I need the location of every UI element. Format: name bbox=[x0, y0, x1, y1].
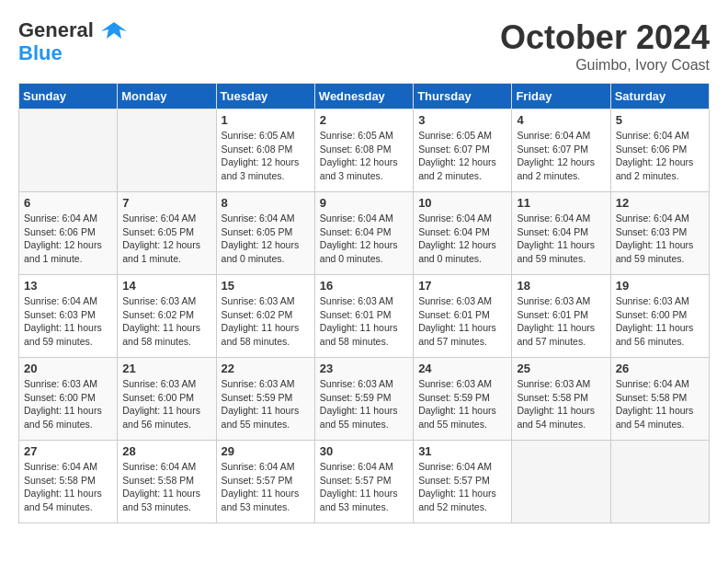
day-info: Sunrise: 6:05 AM Sunset: 6:08 PM Dayligh… bbox=[222, 129, 310, 183]
day-info: Sunrise: 6:03 AM Sunset: 6:00 PM Dayligh… bbox=[24, 377, 112, 431]
day-info: Sunrise: 6:04 AM Sunset: 6:03 PM Dayligh… bbox=[616, 212, 704, 266]
calendar-week-row: 13Sunrise: 6:04 AM Sunset: 6:03 PM Dayli… bbox=[19, 275, 710, 358]
day-info: Sunrise: 6:03 AM Sunset: 5:59 PM Dayligh… bbox=[320, 377, 408, 431]
calendar-cell: 7Sunrise: 6:04 AM Sunset: 6:05 PM Daylig… bbox=[118, 192, 216, 275]
day-info: Sunrise: 6:04 AM Sunset: 5:58 PM Dayligh… bbox=[122, 460, 210, 514]
weekday-header-row: SundayMondayTuesdayWednesdayThursdayFrid… bbox=[19, 84, 710, 109]
day-number: 21 bbox=[122, 362, 210, 375]
weekday-header-thursday: Thursday bbox=[414, 84, 512, 109]
day-number: 5 bbox=[616, 113, 704, 127]
location-text: Guimbo, Ivory Coast bbox=[500, 57, 710, 74]
calendar-cell: 2Sunrise: 6:05 AM Sunset: 6:08 PM Daylig… bbox=[314, 109, 413, 192]
day-info: Sunrise: 6:04 AM Sunset: 5:57 PM Dayligh… bbox=[418, 460, 506, 514]
logo-text-general: General bbox=[18, 18, 94, 41]
day-number: 28 bbox=[122, 444, 210, 458]
weekday-header-tuesday: Tuesday bbox=[216, 84, 314, 109]
day-info: Sunrise: 6:03 AM Sunset: 5:58 PM Dayligh… bbox=[517, 377, 605, 431]
day-number: 29 bbox=[222, 444, 310, 458]
calendar-cell: 30Sunrise: 6:04 AM Sunset: 5:57 PM Dayli… bbox=[314, 441, 413, 523]
day-number: 27 bbox=[24, 444, 112, 458]
day-info: Sunrise: 6:03 AM Sunset: 6:02 PM Dayligh… bbox=[222, 294, 310, 349]
calendar-cell: 23Sunrise: 6:03 AM Sunset: 5:59 PM Dayli… bbox=[314, 358, 413, 441]
day-number: 15 bbox=[222, 279, 310, 293]
calendar-cell: 28Sunrise: 6:04 AM Sunset: 5:58 PM Dayli… bbox=[118, 441, 216, 523]
calendar-cell: 9Sunrise: 6:04 AM Sunset: 6:04 PM Daylig… bbox=[314, 192, 413, 275]
day-number: 18 bbox=[517, 279, 605, 293]
calendar-cell: 19Sunrise: 6:03 AM Sunset: 6:00 PM Dayli… bbox=[610, 275, 709, 358]
calendar-cell: 10Sunrise: 6:04 AM Sunset: 6:04 PM Dayli… bbox=[414, 192, 512, 275]
day-number: 14 bbox=[122, 279, 210, 293]
day-number: 22 bbox=[222, 362, 310, 375]
day-number: 7 bbox=[122, 196, 210, 210]
calendar-week-row: 27Sunrise: 6:04 AM Sunset: 5:58 PM Dayli… bbox=[19, 441, 710, 523]
logo: General Blue bbox=[18, 18, 127, 64]
weekday-header-friday: Friday bbox=[512, 84, 610, 109]
weekday-header-wednesday: Wednesday bbox=[314, 84, 413, 109]
calendar-cell: 26Sunrise: 6:04 AM Sunset: 5:58 PM Dayli… bbox=[610, 358, 709, 441]
day-info: Sunrise: 6:05 AM Sunset: 6:08 PM Dayligh… bbox=[320, 129, 408, 183]
day-info: Sunrise: 6:04 AM Sunset: 6:05 PM Dayligh… bbox=[122, 212, 210, 266]
calendar-cell bbox=[512, 441, 610, 523]
day-info: Sunrise: 6:04 AM Sunset: 6:05 PM Dayligh… bbox=[222, 212, 310, 266]
calendar-cell: 14Sunrise: 6:03 AM Sunset: 6:02 PM Dayli… bbox=[118, 275, 216, 358]
day-info: Sunrise: 6:03 AM Sunset: 6:00 PM Dayligh… bbox=[122, 377, 210, 431]
day-number: 1 bbox=[222, 113, 310, 127]
day-info: Sunrise: 6:04 AM Sunset: 5:58 PM Dayligh… bbox=[24, 460, 112, 514]
calendar-cell: 25Sunrise: 6:03 AM Sunset: 5:58 PM Dayli… bbox=[512, 358, 610, 441]
day-number: 13 bbox=[24, 279, 112, 293]
day-info: Sunrise: 6:04 AM Sunset: 6:03 PM Dayligh… bbox=[24, 294, 112, 349]
calendar-cell: 11Sunrise: 6:04 AM Sunset: 6:04 PM Dayli… bbox=[512, 192, 610, 275]
calendar-cell: 17Sunrise: 6:03 AM Sunset: 6:01 PM Dayli… bbox=[414, 275, 512, 358]
day-number: 17 bbox=[418, 279, 506, 293]
month-info: October 2024 Guimbo, Ivory Coast bbox=[500, 18, 710, 74]
day-info: Sunrise: 6:03 AM Sunset: 6:01 PM Dayligh… bbox=[418, 294, 506, 349]
page-header: General Blue October 2024 Guimbo, Ivory … bbox=[18, 18, 710, 74]
day-number: 20 bbox=[24, 362, 112, 375]
day-number: 23 bbox=[320, 362, 408, 375]
day-number: 8 bbox=[222, 196, 310, 210]
day-number: 4 bbox=[517, 113, 605, 127]
day-number: 12 bbox=[616, 196, 704, 210]
weekday-header-saturday: Saturday bbox=[610, 84, 709, 109]
month-title: October 2024 bbox=[500, 18, 710, 57]
calendar-table: SundayMondayTuesdayWednesdayThursdayFrid… bbox=[18, 83, 710, 523]
day-info: Sunrise: 6:04 AM Sunset: 6:06 PM Dayligh… bbox=[616, 129, 704, 183]
day-number: 24 bbox=[418, 362, 506, 375]
day-info: Sunrise: 6:04 AM Sunset: 5:57 PM Dayligh… bbox=[222, 460, 310, 514]
weekday-header-monday: Monday bbox=[118, 84, 216, 109]
day-info: Sunrise: 6:04 AM Sunset: 6:07 PM Dayligh… bbox=[517, 129, 605, 183]
calendar-week-row: 1Sunrise: 6:05 AM Sunset: 6:08 PM Daylig… bbox=[19, 109, 710, 192]
calendar-cell: 1Sunrise: 6:05 AM Sunset: 6:08 PM Daylig… bbox=[216, 109, 314, 192]
day-info: Sunrise: 6:03 AM Sunset: 5:59 PM Dayligh… bbox=[222, 377, 310, 431]
day-info: Sunrise: 6:04 AM Sunset: 6:06 PM Dayligh… bbox=[24, 212, 112, 266]
calendar-cell: 22Sunrise: 6:03 AM Sunset: 5:59 PM Dayli… bbox=[216, 358, 314, 441]
calendar-cell: 13Sunrise: 6:04 AM Sunset: 6:03 PM Dayli… bbox=[19, 275, 118, 358]
calendar-cell: 8Sunrise: 6:04 AM Sunset: 6:05 PM Daylig… bbox=[216, 192, 314, 275]
day-number: 26 bbox=[616, 362, 704, 375]
calendar-cell bbox=[118, 109, 216, 192]
calendar-cell: 27Sunrise: 6:04 AM Sunset: 5:58 PM Dayli… bbox=[19, 441, 118, 523]
day-info: Sunrise: 6:04 AM Sunset: 5:57 PM Dayligh… bbox=[320, 460, 408, 514]
calendar-cell: 15Sunrise: 6:03 AM Sunset: 6:02 PM Dayli… bbox=[216, 275, 314, 358]
day-info: Sunrise: 6:03 AM Sunset: 6:02 PM Dayligh… bbox=[122, 294, 210, 349]
calendar-cell bbox=[610, 441, 709, 523]
day-info: Sunrise: 6:03 AM Sunset: 6:01 PM Dayligh… bbox=[320, 294, 408, 349]
day-info: Sunrise: 6:04 AM Sunset: 6:04 PM Dayligh… bbox=[418, 212, 506, 266]
calendar-week-row: 20Sunrise: 6:03 AM Sunset: 6:00 PM Dayli… bbox=[19, 358, 710, 441]
day-number: 6 bbox=[24, 196, 112, 210]
day-info: Sunrise: 6:05 AM Sunset: 6:07 PM Dayligh… bbox=[418, 129, 506, 183]
day-number: 16 bbox=[320, 279, 408, 293]
day-number: 30 bbox=[320, 444, 408, 458]
day-number: 31 bbox=[418, 444, 506, 458]
day-info: Sunrise: 6:04 AM Sunset: 5:58 PM Dayligh… bbox=[616, 377, 704, 431]
calendar-cell: 16Sunrise: 6:03 AM Sunset: 6:01 PM Dayli… bbox=[314, 275, 413, 358]
day-number: 25 bbox=[517, 362, 605, 375]
calendar-cell: 4Sunrise: 6:04 AM Sunset: 6:07 PM Daylig… bbox=[512, 109, 610, 192]
logo-bird-icon bbox=[101, 18, 127, 44]
day-number: 3 bbox=[418, 113, 506, 127]
calendar-cell: 20Sunrise: 6:03 AM Sunset: 6:00 PM Dayli… bbox=[19, 358, 118, 441]
day-info: Sunrise: 6:03 AM Sunset: 5:59 PM Dayligh… bbox=[418, 377, 506, 431]
calendar-cell: 21Sunrise: 6:03 AM Sunset: 6:00 PM Dayli… bbox=[118, 358, 216, 441]
calendar-cell: 6Sunrise: 6:04 AM Sunset: 6:06 PM Daylig… bbox=[19, 192, 118, 275]
day-number: 9 bbox=[320, 196, 408, 210]
